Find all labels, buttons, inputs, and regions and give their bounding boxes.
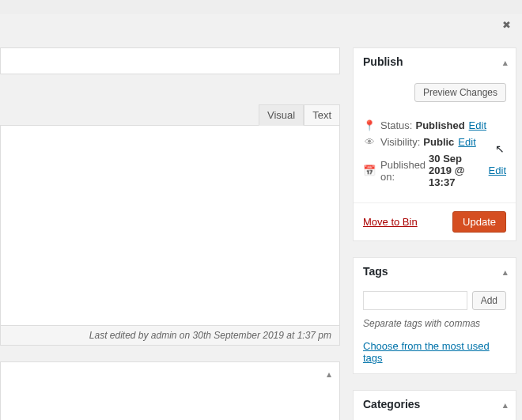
- update-button[interactable]: Update: [452, 211, 506, 233]
- publish-heading: Publish: [363, 55, 403, 68]
- tags-hint: Separate tags with commas: [363, 318, 506, 329]
- move-to-bin-link[interactable]: Move to Bin: [363, 216, 418, 228]
- excerpt-panel[interactable]: ▴: [0, 361, 340, 420]
- post-title-input[interactable]: [0, 47, 340, 74]
- tags-heading: Tags: [363, 265, 388, 278]
- categories-panel: Categories ▴ All Categories Most Used Ca…: [353, 390, 516, 420]
- tab-text[interactable]: Text: [304, 104, 340, 126]
- editor-status: Last edited by admin on 30th September 2…: [0, 326, 340, 346]
- tags-panel: Tags ▴ Add Separate tags with commas Cho…: [353, 257, 516, 374]
- panel-toggle-icon[interactable]: ▴: [503, 400, 508, 411]
- close-icon[interactable]: ✖: [502, 19, 511, 31]
- preview-changes-button[interactable]: Preview Changes: [414, 83, 506, 102]
- published-value: 30 Sep 2019 @ 13:37: [429, 153, 484, 188]
- tags-input[interactable]: [363, 291, 467, 310]
- content-editor[interactable]: [0, 125, 340, 326]
- visibility-value: Public: [423, 136, 454, 148]
- categories-heading: Categories: [363, 398, 420, 411]
- published-edit-link[interactable]: Edit: [489, 165, 506, 176]
- visibility-label: Visibility:: [380, 136, 420, 148]
- choose-tags-link[interactable]: Choose from the most used tags: [363, 340, 490, 364]
- pin-icon: 📍: [363, 119, 376, 131]
- status-label: Status:: [380, 119, 412, 131]
- eye-icon: 👁: [363, 136, 376, 148]
- status-edit-link[interactable]: Edit: [469, 119, 486, 131]
- tab-visual[interactable]: Visual: [259, 104, 304, 126]
- visibility-edit-link[interactable]: Edit: [458, 136, 475, 148]
- caret-up-icon[interactable]: ▴: [327, 369, 331, 380]
- published-label: Published on:: [380, 159, 426, 183]
- status-value: Published: [415, 119, 464, 131]
- panel-toggle-icon[interactable]: ▴: [503, 58, 508, 68]
- panel-toggle-icon[interactable]: ▴: [503, 267, 508, 278]
- add-tag-button[interactable]: Add: [472, 291, 506, 310]
- calendar-icon: 📅: [363, 165, 376, 176]
- publish-panel: Publish ▴ Preview Changes 📍 Status: Publ…: [353, 47, 516, 241]
